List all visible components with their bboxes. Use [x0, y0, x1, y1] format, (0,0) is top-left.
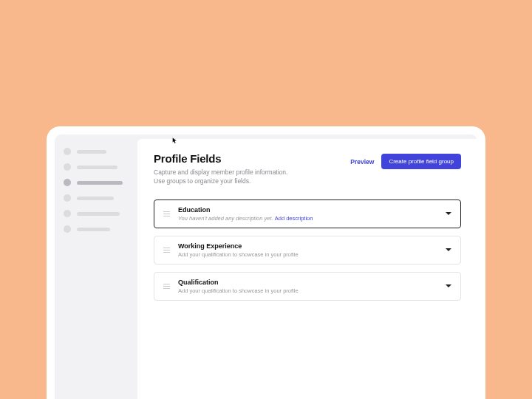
drag-handle-icon[interactable]: [162, 284, 171, 289]
sidebar-item-5[interactable]: [64, 210, 129, 217]
subtitle-line-2: Use groups to organize your fields.: [154, 177, 250, 185]
group-description: Add your qualification to showcase in yo…: [178, 251, 438, 258]
nav-dot-icon: [64, 148, 71, 155]
page-title: Profile Fields: [154, 152, 287, 165]
mouse-cursor-icon: [171, 137, 178, 144]
header-text: Profile Fields Capture and display membe…: [154, 152, 287, 186]
page-header: Profile Fields Capture and display membe…: [154, 152, 461, 186]
group-title: Qualification: [178, 279, 438, 286]
field-group-education[interactable]: Education You haven't added any descript…: [154, 200, 461, 228]
page-subtitle: Capture and display member profile infor…: [154, 168, 287, 186]
sidebar-item-3-active[interactable]: [64, 179, 129, 186]
app-screen: Profile Fields Capture and display membe…: [55, 134, 477, 399]
nav-label-placeholder: [77, 228, 110, 231]
nav-label-placeholder: [77, 197, 114, 200]
nav-dot-icon: [64, 179, 71, 186]
group-body: Working Experience Add your qualificatio…: [178, 242, 438, 258]
chevron-down-icon[interactable]: [446, 212, 451, 215]
nav-label-placeholder: [77, 150, 106, 154]
drag-handle-icon[interactable]: [162, 248, 171, 253]
nav-dot-icon: [64, 225, 71, 233]
sidebar-item-2[interactable]: [64, 163, 129, 171]
sidebar-item-4[interactable]: [64, 194, 129, 202]
sidebar: [55, 134, 137, 399]
nav-label-placeholder: [77, 212, 120, 216]
field-group-working-experience[interactable]: Working Experience Add your qualificatio…: [154, 236, 461, 265]
sidebar-item-1[interactable]: [64, 148, 129, 155]
group-description: Add your qualification to showcase in yo…: [178, 287, 438, 294]
group-body: Qualification Add your qualification to …: [178, 279, 438, 294]
device-frame: Profile Fields Capture and display membe…: [47, 126, 485, 399]
field-group-qualification[interactable]: Qualification Add your qualification to …: [154, 272, 461, 301]
group-body: Education You haven't added any descript…: [178, 206, 438, 222]
group-title: Education: [178, 206, 438, 214]
nav-dot-icon: [64, 210, 71, 217]
chevron-down-icon[interactable]: [446, 248, 451, 251]
nav-dot-icon: [64, 194, 71, 202]
add-description-link[interactable]: Add description: [275, 215, 313, 222]
field-groups-list: Education You haven't added any descript…: [154, 200, 461, 301]
main-panel: Profile Fields Capture and display membe…: [137, 139, 477, 399]
sidebar-item-6[interactable]: [64, 225, 129, 233]
nav-dot-icon: [64, 163, 71, 171]
header-actions: Preview Create profile field group: [350, 154, 461, 169]
chevron-down-icon[interactable]: [446, 284, 451, 287]
group-description: You haven't added any description yet. A…: [178, 215, 438, 222]
desc-text: You haven't added any description yet.: [178, 215, 273, 222]
group-title: Working Experience: [178, 242, 438, 250]
subtitle-line-1: Capture and display member profile infor…: [154, 168, 287, 176]
nav-label-placeholder: [77, 166, 117, 169]
create-group-button[interactable]: Create profile field group: [381, 154, 461, 169]
nav-label-placeholder: [77, 181, 123, 185]
preview-link[interactable]: Preview: [350, 158, 374, 166]
drag-handle-icon[interactable]: [162, 211, 171, 216]
